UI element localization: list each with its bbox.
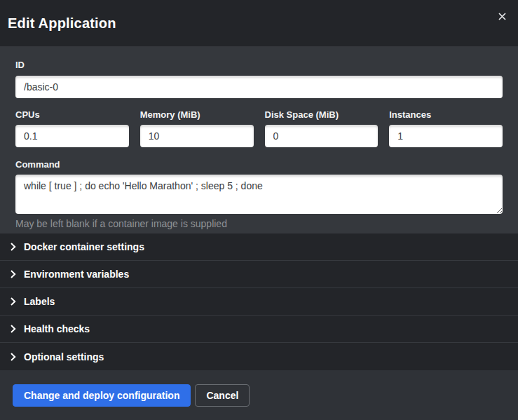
cpus-field-group: CPUs bbox=[15, 110, 129, 147]
command-textarea[interactable]: while [ true ] ; do echo 'Hello Marathon… bbox=[15, 175, 503, 214]
collapsible-sections: Docker container settings Environment va… bbox=[0, 233, 518, 370]
chevron-right-icon bbox=[10, 325, 16, 333]
close-icon bbox=[498, 13, 506, 20]
disk-input[interactable] bbox=[265, 125, 379, 147]
edit-application-modal: Edit Application ID CPUs Memory (MiB) bbox=[0, 0, 518, 420]
cpus-input[interactable] bbox=[15, 125, 129, 147]
instances-input[interactable] bbox=[389, 125, 503, 147]
cancel-button[interactable]: Cancel bbox=[195, 384, 250, 407]
section-docker-container-settings[interactable]: Docker container settings bbox=[0, 233, 518, 261]
memory-field-group: Memory (MiB) bbox=[140, 110, 254, 147]
chevron-right-icon bbox=[10, 243, 16, 251]
section-label: Environment variables bbox=[24, 269, 129, 280]
modal-header: Edit Application bbox=[0, 0, 518, 46]
section-label: Health checks bbox=[24, 323, 90, 334]
section-label: Labels bbox=[24, 296, 55, 307]
section-health-checks[interactable]: Health checks bbox=[0, 316, 518, 343]
change-and-deploy-button[interactable]: Change and deploy configuration bbox=[13, 384, 191, 407]
section-label: Docker container settings bbox=[24, 241, 144, 252]
modal-footer: Change and deploy configuration Cancel bbox=[0, 370, 518, 420]
disk-field-group: Disk Space (MiB) bbox=[265, 110, 379, 147]
id-field-group: ID bbox=[15, 60, 503, 98]
cpus-label: CPUs bbox=[15, 110, 129, 120]
command-field-group: Command while [ true ] ; do echo 'Hello … bbox=[15, 160, 503, 229]
id-input[interactable] bbox=[15, 76, 503, 98]
section-label: Optional settings bbox=[24, 351, 104, 363]
command-help-text: May be left blank if a container image i… bbox=[15, 218, 503, 229]
close-button[interactable] bbox=[494, 8, 510, 24]
id-label: ID bbox=[15, 60, 503, 70]
chevron-right-icon bbox=[10, 297, 16, 306]
disk-label: Disk Space (MiB) bbox=[265, 110, 379, 120]
instances-label: Instances bbox=[389, 110, 503, 120]
memory-label: Memory (MiB) bbox=[140, 110, 254, 120]
chevron-right-icon bbox=[10, 270, 16, 278]
section-labels[interactable]: Labels bbox=[0, 288, 518, 316]
resource-fields-row: CPUs Memory (MiB) Disk Space (MiB) Insta… bbox=[15, 110, 503, 147]
memory-input[interactable] bbox=[140, 125, 254, 147]
section-optional-settings[interactable]: Optional settings bbox=[0, 343, 518, 370]
chevron-right-icon bbox=[10, 353, 16, 361]
modal-title: Edit Application bbox=[8, 15, 116, 32]
section-environment-variables[interactable]: Environment variables bbox=[0, 261, 518, 288]
command-label: Command bbox=[15, 160, 503, 170]
application-form: ID CPUs Memory (MiB) Disk Space (MiB) In… bbox=[0, 46, 518, 233]
instances-field-group: Instances bbox=[389, 110, 503, 147]
